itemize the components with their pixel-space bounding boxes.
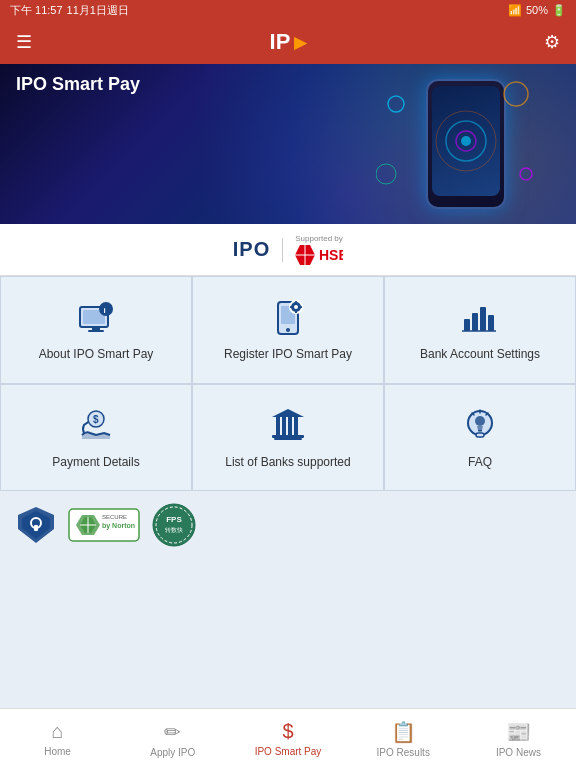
- secure-badge: SECURE by Norton: [68, 508, 140, 542]
- payment-label: Payment Details: [52, 455, 139, 471]
- svg-point-24: [294, 305, 298, 309]
- about-icon: i: [76, 297, 116, 337]
- grid-item-payment[interactable]: $ Payment Details: [0, 384, 192, 492]
- svg-rect-49: [476, 433, 484, 437]
- header-title-text: IP: [270, 29, 291, 55]
- svg-rect-30: [472, 313, 478, 331]
- logo-bar: IPO Supported by HSBC: [0, 224, 576, 276]
- nav-item-ipo-results[interactable]: 📋 IPO Results: [346, 714, 461, 764]
- grid-item-about[interactable]: i About IPO Smart Pay: [0, 276, 192, 384]
- status-right: 📶 50% 🔋: [508, 4, 566, 17]
- ssl-badge: [16, 505, 56, 545]
- status-bar: 下午 11:57 11月1日週日 📶 50% 🔋: [0, 0, 576, 20]
- battery-text: 50%: [526, 4, 548, 16]
- ipo-news-label: IPO News: [496, 747, 541, 758]
- svg-rect-16: [88, 330, 104, 332]
- svg-text:FPS: FPS: [166, 515, 182, 524]
- ipo-smart-pay-icon: $: [282, 720, 293, 743]
- svg-point-44: [475, 416, 485, 426]
- svg-rect-29: [464, 319, 470, 331]
- svg-text:HSBC: HSBC: [319, 247, 343, 263]
- svg-text:SECURE: SECURE: [102, 514, 127, 520]
- svg-rect-39: [288, 417, 292, 435]
- ipo-results-icon: 📋: [391, 720, 416, 744]
- ipo-logo-text: IPO: [233, 238, 270, 261]
- payment-icon: $: [76, 405, 116, 445]
- play-icon: ▶: [294, 33, 306, 52]
- svg-point-21: [286, 328, 290, 332]
- status-time: 下午 11:57: [10, 3, 63, 18]
- battery-icon: 🔋: [552, 4, 566, 17]
- header: ☰ IP▶ ⚙: [0, 20, 576, 64]
- menu-button[interactable]: ☰: [16, 31, 32, 53]
- settings-button[interactable]: ⚙: [544, 31, 560, 53]
- faq-icon: [460, 405, 500, 445]
- bank-settings-label: Bank Account Settings: [420, 347, 540, 363]
- svg-rect-41: [272, 435, 304, 438]
- phone-body: [426, 79, 506, 209]
- ipo-results-label: IPO Results: [377, 747, 430, 758]
- svg-text:i: i: [104, 306, 106, 315]
- apply-ipo-icon: ✏: [164, 720, 181, 744]
- svg-point-3: [461, 136, 471, 146]
- svg-rect-26: [295, 311, 297, 313]
- hero-title: IPO Smart Pay: [16, 74, 140, 95]
- svg-rect-15: [92, 327, 100, 330]
- hsbc-hex-logo: HSBC: [295, 245, 343, 265]
- grid-menu: i About IPO Smart Pay: [0, 276, 576, 491]
- svg-point-61: [153, 504, 195, 546]
- faq-label: FAQ: [468, 455, 492, 471]
- page-wrapper: 下午 11:57 11月1日週日 📶 50% 🔋 ☰ IP▶ ⚙ IPO Sma…: [0, 0, 576, 768]
- nav-item-apply-ipo[interactable]: ✏ Apply IPO: [115, 714, 230, 764]
- banks-list-icon: [268, 405, 308, 445]
- bottom-nav: ⌂ Home ✏ Apply IPO $ IPO Smart Pay 📋 IPO…: [0, 708, 576, 768]
- about-label: About IPO Smart Pay: [39, 347, 154, 363]
- svg-text:$: $: [93, 414, 99, 425]
- bank-settings-icon: [460, 297, 500, 337]
- apply-ipo-label: Apply IPO: [150, 747, 195, 758]
- register-label: Register IPO Smart Pay: [224, 347, 352, 363]
- svg-point-4: [388, 96, 404, 112]
- svg-rect-25: [295, 301, 297, 303]
- svg-rect-40: [294, 417, 298, 435]
- phone-screen: [432, 86, 500, 196]
- home-icon: ⌂: [52, 720, 64, 743]
- svg-rect-28: [300, 306, 302, 308]
- hero-phone-graphic: [376, 74, 536, 214]
- svg-text:转数快: 转数快: [165, 527, 183, 533]
- svg-rect-27: [290, 306, 292, 308]
- svg-rect-53: [34, 525, 38, 531]
- register-icon: [268, 297, 308, 337]
- ipo-smart-pay-label: IPO Smart Pay: [255, 746, 322, 757]
- grid-item-bank-settings[interactable]: Bank Account Settings: [384, 276, 576, 384]
- badge-bar: SECURE by Norton FPS 转数快: [0, 491, 576, 559]
- hero-banner: IPO Smart Pay: [0, 64, 576, 224]
- svg-rect-45: [478, 430, 482, 432]
- banks-list-label: List of Banks supported: [225, 455, 350, 471]
- svg-point-5: [504, 82, 528, 106]
- svg-point-7: [376, 164, 396, 184]
- fps-badge: FPS 转数快: [152, 503, 196, 547]
- grid-item-banks-list[interactable]: List of Banks supported: [192, 384, 384, 492]
- svg-rect-32: [488, 315, 494, 331]
- svg-point-17: [99, 302, 113, 316]
- header-title: IP▶: [270, 29, 307, 55]
- wifi-icon: 📶: [508, 4, 522, 17]
- svg-point-6: [520, 168, 532, 180]
- home-label: Home: [44, 746, 71, 757]
- svg-rect-31: [480, 307, 486, 331]
- svg-rect-38: [282, 417, 286, 435]
- nav-item-ipo-news[interactable]: 📰 IPO News: [461, 714, 576, 764]
- grid-item-faq[interactable]: FAQ: [384, 384, 576, 492]
- nav-item-ipo-smart-pay[interactable]: $ IPO Smart Pay: [230, 714, 345, 763]
- grid-item-register[interactable]: Register IPO Smart Pay: [192, 276, 384, 384]
- status-date: 11月1日週日: [67, 3, 129, 18]
- status-left: 下午 11:57 11月1日週日: [10, 3, 129, 18]
- logo-divider: [282, 238, 283, 262]
- supported-by-text: Supported by: [295, 234, 343, 243]
- svg-rect-42: [274, 438, 302, 440]
- svg-text:by Norton: by Norton: [102, 522, 135, 530]
- nav-item-home[interactable]: ⌂ Home: [0, 714, 115, 763]
- svg-marker-36: [272, 409, 304, 417]
- hsbc-logo: Supported by HSBC: [295, 234, 343, 265]
